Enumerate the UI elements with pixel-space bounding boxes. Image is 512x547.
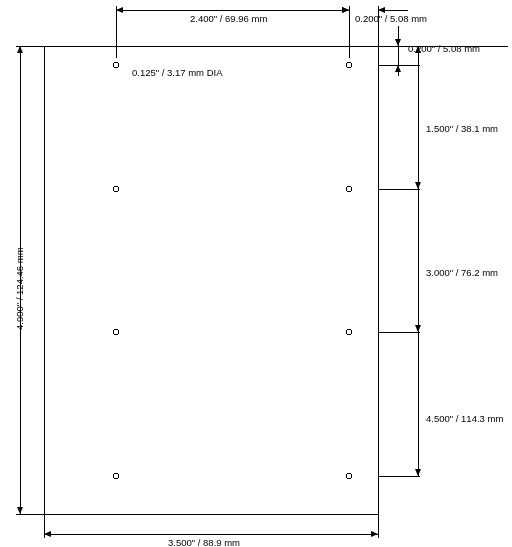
hole-r3-right [345,328,353,336]
hole-r1-left [112,61,120,69]
dim-right-4p5-line [418,46,419,476]
arrow-icon [17,507,23,514]
arrow-icon [371,531,378,537]
arrow-icon [395,39,401,46]
arrow-icon [395,65,401,72]
ext-left-bottom [16,514,44,515]
dim-bottom-line [44,534,378,535]
hole-r2-left [112,185,120,193]
dim-right-3p0-label: 3.000" / 76.2 mm [426,268,498,278]
dim-right-1p5-tick [398,189,420,190]
dim-left-label: 4.900" / 124.46 mm [15,247,25,330]
ext-top-rightcol [349,6,350,58]
arrow-icon [342,7,349,13]
dim-right-3p0-tick [398,332,420,333]
board-left-edge [44,46,45,514]
ext-bottom-right [378,514,379,538]
hole-r2-right [345,185,353,193]
mechanical-drawing: 2.400" / 69.96 mm 0.200" / 5.08 mm 0.200… [0,0,512,547]
dim-top-main-label: 2.400" / 69.96 mm [190,14,267,24]
arrow-icon [44,531,51,537]
board-right-edge [378,46,379,514]
board-bottom-edge [44,514,378,515]
hole-dia-label: 0.125" / 3.17 mm DIA [132,68,223,78]
dim-right-4p5-label: 4.500" / 114.3 mm [426,414,503,424]
arrow-icon [17,46,23,53]
dim-right-4p5-tick [398,476,420,477]
hole-r3-left [112,328,120,336]
hole-r1-right [345,61,353,69]
dim-top-right-label: 0.200" / 5.08 mm [355,14,427,24]
dim-right-1p5-label: 1.500" / 38.1 mm [426,124,498,134]
dim-top-main-line [116,10,349,11]
dim-bottom-label: 3.500" / 88.9 mm [168,538,240,547]
hole-r4-left [112,472,120,480]
arrow-icon [415,469,421,476]
board-top-edge [44,46,378,47]
arrow-icon [116,7,123,13]
ext-top-leftcol [116,6,117,58]
hole-r4-right [345,472,353,480]
